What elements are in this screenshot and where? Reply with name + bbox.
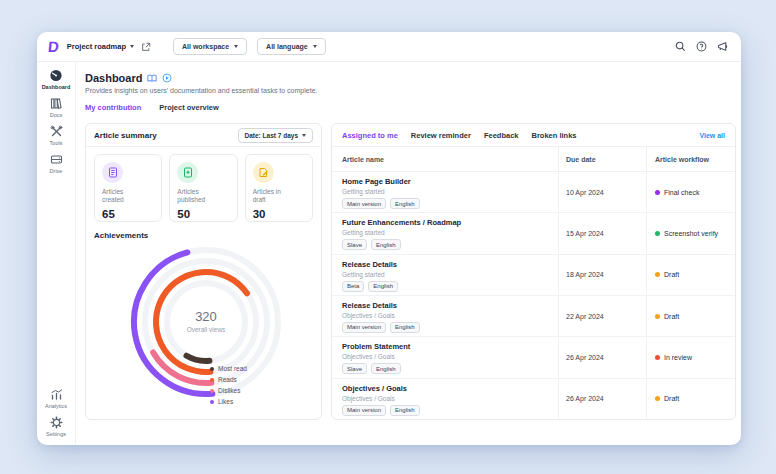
achievements-radial-chart bbox=[126, 244, 286, 406]
status-dot bbox=[655, 190, 660, 195]
sidebar-item-settings[interactable]: Settings bbox=[37, 416, 75, 437]
stat-card-published: Articles published 50 bbox=[169, 154, 237, 222]
table-row[interactable]: Problem Statement Objectives / Goals Sla… bbox=[332, 337, 735, 378]
legend-item-likes: Likes bbox=[210, 398, 247, 405]
workflow-status: Screenshot verify bbox=[664, 230, 718, 237]
help-button[interactable] bbox=[696, 41, 707, 52]
open-external-button[interactable] bbox=[141, 42, 151, 52]
sidebar-item-dashboard[interactable]: Dashboard bbox=[37, 69, 75, 90]
status-dot bbox=[655, 314, 660, 319]
brand-logo: D bbox=[47, 38, 59, 55]
sidebar-item-analytics[interactable]: Analytics bbox=[37, 388, 75, 409]
legend-dot bbox=[210, 389, 214, 393]
article-name: Objectives / Goals bbox=[342, 384, 548, 393]
tab-project-overview[interactable]: Project overview bbox=[159, 103, 219, 112]
stat-card-draft: Articles in draft 30 bbox=[245, 154, 313, 222]
article-name: Home Page Builder bbox=[342, 177, 548, 186]
workflow-status: In review bbox=[664, 354, 692, 361]
article-created-icon bbox=[102, 162, 123, 183]
legend-item-dislikes: Dislikes bbox=[210, 387, 247, 394]
analytics-icon bbox=[50, 388, 63, 401]
panel-title: Article summary bbox=[94, 131, 157, 140]
tasks-panel: Assigned to me Review reminder Feedback … bbox=[331, 123, 736, 420]
legend-dot bbox=[210, 400, 214, 404]
status-dot bbox=[655, 272, 660, 277]
table-row[interactable]: Release Details Getting started Beta Eng… bbox=[332, 255, 735, 296]
stat-card-created: Articles created 65 bbox=[94, 154, 162, 222]
article-name: Release Details bbox=[342, 301, 548, 310]
external-link-icon bbox=[141, 42, 151, 52]
search-button[interactable] bbox=[675, 41, 686, 52]
stat-label: Articles published bbox=[177, 188, 217, 205]
article-category: Objectives / Goals bbox=[342, 312, 548, 319]
table-row[interactable]: Future Enhancements / Roadmap Getting st… bbox=[332, 213, 735, 254]
sidebar-item-label: Tools bbox=[50, 140, 63, 146]
chevron-down-icon bbox=[234, 45, 238, 48]
page-tabs: My contribution Project overview bbox=[85, 103, 736, 112]
chart-legend: Most read Reads Dislikes Likes bbox=[210, 365, 247, 405]
workspace-dropdown[interactable]: All workspace bbox=[173, 38, 247, 55]
language-tag: English bbox=[371, 363, 401, 374]
sidebar-item-drive[interactable]: Drive bbox=[37, 153, 75, 174]
megaphone-icon bbox=[717, 41, 729, 52]
article-name: Future Enhancements / Roadmap bbox=[342, 218, 548, 227]
due-date: 26 Apr 2024 bbox=[558, 379, 646, 419]
sidebar-item-docs[interactable]: Docs bbox=[37, 97, 75, 118]
achievements-title: Achievements bbox=[94, 231, 321, 240]
stat-value: 65 bbox=[102, 208, 154, 220]
play-video-icon[interactable] bbox=[162, 73, 172, 83]
column-header-article-name: Article name bbox=[332, 147, 558, 171]
sidebar-item-label: Analytics bbox=[45, 403, 67, 409]
article-category: Objectives / Goals bbox=[342, 395, 548, 402]
tab-feedback[interactable]: Feedback bbox=[484, 131, 519, 140]
tab-my-contribution[interactable]: My contribution bbox=[85, 103, 141, 112]
table-row[interactable]: Release Details Objectives / Goals Main … bbox=[332, 296, 735, 337]
top-bar: D Project roadmap All workspace All lang… bbox=[37, 32, 741, 62]
question-circle-icon bbox=[696, 41, 707, 52]
gauge-icon bbox=[49, 69, 63, 82]
search-icon bbox=[675, 41, 686, 52]
table-row[interactable]: Objectives / Goals Objectives / Goals Ma… bbox=[332, 379, 735, 419]
table-header: Article name Due date Article workflow bbox=[332, 147, 735, 172]
sidebar: Dashboard Docs Tools Drive bbox=[37, 62, 76, 445]
language-tag: English bbox=[390, 405, 420, 416]
article-category: Objectives / Goals bbox=[342, 353, 548, 360]
app-window: D Project roadmap All workspace All lang… bbox=[37, 32, 741, 445]
language-tag: English bbox=[390, 322, 420, 333]
article-category: Getting started bbox=[342, 271, 548, 278]
date-filter-dropdown[interactable]: Date: Last 7 days bbox=[238, 128, 313, 143]
column-header-due-date: Due date bbox=[558, 147, 646, 171]
project-selector[interactable]: Project roadmap bbox=[67, 42, 126, 51]
sidebar-item-tools[interactable]: Tools bbox=[37, 125, 75, 146]
sidebar-item-label: Dashboard bbox=[42, 84, 71, 90]
tab-review-reminder[interactable]: Review reminder bbox=[411, 131, 471, 140]
announcements-button[interactable] bbox=[717, 41, 729, 52]
drive-icon bbox=[50, 153, 63, 166]
page-title: Dashboard bbox=[85, 72, 142, 84]
chevron-down-icon[interactable] bbox=[130, 45, 134, 48]
chevron-down-icon bbox=[302, 134, 306, 137]
gear-icon bbox=[50, 416, 63, 429]
language-dropdown-label: All language bbox=[266, 43, 308, 50]
tools-icon bbox=[50, 125, 63, 138]
tab-broken-links[interactable]: Broken links bbox=[531, 131, 576, 140]
view-all-link[interactable]: View all bbox=[699, 132, 725, 139]
version-tag: Main version bbox=[342, 405, 386, 416]
stat-label: Articles in draft bbox=[253, 188, 293, 205]
docs-guide-icon[interactable] bbox=[147, 74, 157, 83]
main-content: Dashboard Provides insights on users' do… bbox=[76, 62, 741, 445]
tab-assigned-to-me[interactable]: Assigned to me bbox=[342, 131, 398, 140]
language-dropdown[interactable]: All language bbox=[257, 38, 326, 55]
status-dot bbox=[655, 396, 660, 401]
column-header-article-workflow: Article workflow bbox=[646, 147, 735, 171]
due-date: 15 Apr 2024 bbox=[558, 213, 646, 253]
workspace-dropdown-label: All workspace bbox=[182, 43, 229, 50]
due-date: 22 Apr 2024 bbox=[558, 296, 646, 336]
status-dot bbox=[655, 231, 660, 236]
books-icon bbox=[50, 97, 63, 110]
workflow-status: Draft bbox=[664, 395, 679, 402]
tasks-tabs: Assigned to me Review reminder Feedback … bbox=[332, 124, 735, 147]
table-row[interactable]: Home Page Builder Getting started Main v… bbox=[332, 172, 735, 213]
stat-label: Articles created bbox=[102, 188, 142, 205]
workflow-status: Final check bbox=[664, 189, 699, 196]
